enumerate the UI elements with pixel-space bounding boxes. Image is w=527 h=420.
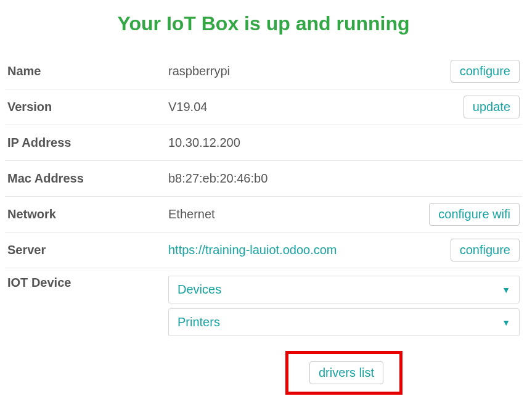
row-iot-device: IOT Device Devices ▼ Printers ▼ drivers … <box>5 268 522 401</box>
row-mac: Mac Address b8:27:eb:20:46:b0 <box>5 161 522 197</box>
configure-wifi-button[interactable]: configure wifi <box>429 203 520 226</box>
configure-name-button[interactable]: configure <box>451 60 520 83</box>
row-version: Version V19.04 update <box>5 89 522 125</box>
label-server: Server <box>7 243 157 257</box>
update-button[interactable]: update <box>464 96 520 118</box>
drivers-list-button[interactable]: drivers list <box>309 361 383 384</box>
label-mac: Mac Address <box>7 171 157 186</box>
label-name: Name <box>7 64 157 78</box>
value-name: raspberrypi <box>168 64 446 78</box>
server-link[interactable]: https://training-lauiot.odoo.com <box>168 243 446 257</box>
configure-server-button[interactable]: configure <box>451 239 520 261</box>
panel-devices: Devices ▼ <box>168 276 520 303</box>
value-mac: b8:27:eb:20:46:b0 <box>168 171 520 186</box>
label-iot-device: IOT Device <box>7 276 157 290</box>
page-title: Your IoT Box is up and running <box>5 12 522 35</box>
info-table: Name raspberrypi configure Version V19.0… <box>5 54 522 401</box>
panel-printers: Printers ▼ <box>168 308 520 336</box>
row-server: Server https://training-lauiot.odoo.com … <box>5 233 522 268</box>
label-network: Network <box>7 207 157 221</box>
label-ip: IP Address <box>7 136 157 150</box>
label-version: Version <box>7 100 157 114</box>
panel-printers-title: Printers <box>178 315 220 329</box>
value-network: Ethernet <box>168 207 424 221</box>
panel-devices-header[interactable]: Devices ▼ <box>169 276 519 303</box>
panel-printers-header[interactable]: Printers ▼ <box>169 309 519 336</box>
chevron-down-icon: ▼ <box>502 285 510 295</box>
value-ip: 10.30.12.200 <box>168 136 520 150</box>
drivers-highlight-box: drivers list <box>168 351 520 395</box>
row-ip: IP Address 10.30.12.200 <box>5 125 522 161</box>
row-name: Name raspberrypi configure <box>5 54 522 89</box>
panel-devices-title: Devices <box>178 282 221 297</box>
chevron-down-icon: ▼ <box>502 318 510 327</box>
value-version: V19.04 <box>168 100 459 114</box>
row-network: Network Ethernet configure wifi <box>5 197 522 233</box>
